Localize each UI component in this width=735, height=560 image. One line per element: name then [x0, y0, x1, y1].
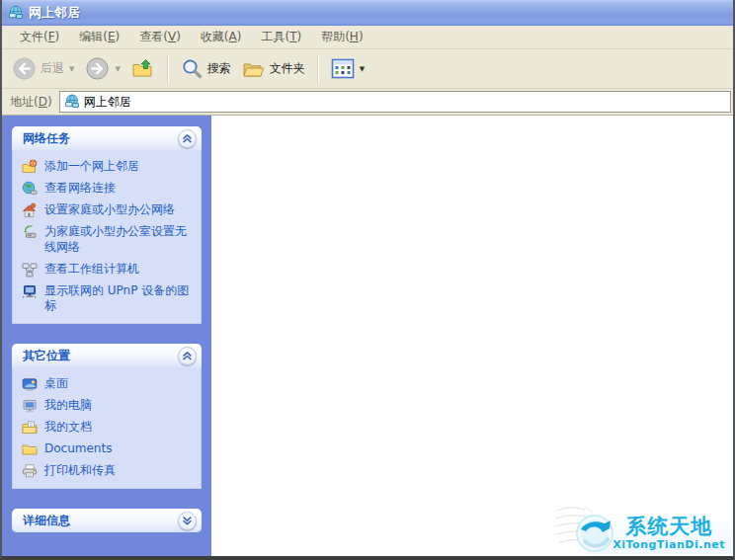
back-button[interactable]: 后退 ▼: [8, 54, 78, 83]
chevron-up-icon[interactable]: [178, 129, 197, 148]
title-bar: 网上邻居: [2, 0, 733, 26]
menu-item-5[interactable]: 帮助(H): [311, 26, 372, 48]
folders-label: 文件夹: [270, 60, 305, 77]
task-item[interactable]: 打印机和传真: [22, 463, 195, 479]
task-section-details: 详细信息: [12, 509, 202, 532]
search-label: 搜索: [207, 60, 231, 77]
section-header-details[interactable]: 详细信息: [12, 509, 202, 532]
section-header-other-places[interactable]: 其它位置: [12, 344, 202, 367]
workgroup-computers-icon: [22, 262, 38, 278]
views-dropdown-icon[interactable]: ▼: [360, 65, 365, 73]
menu-item-3[interactable]: 收藏(A): [191, 26, 252, 48]
watermark: 系统天地 XiTongTianDi.net: [573, 512, 733, 555]
task-item[interactable]: 桌面: [22, 376, 195, 392]
wireless-network-icon: [22, 224, 38, 240]
watermark-name: 系统天地: [612, 516, 725, 537]
search-icon: [181, 57, 204, 80]
chevron-down-icon[interactable]: [178, 512, 197, 530]
up-folder-icon: [131, 57, 155, 81]
network-places-window-icon[interactable]: [8, 5, 24, 21]
menu-item-2[interactable]: 查看(V): [129, 26, 191, 48]
section-title: 网络任务: [23, 130, 70, 147]
task-item[interactable]: 查看工作组计算机: [22, 262, 195, 278]
task-item[interactable]: Documents: [22, 441, 195, 457]
back-icon: [12, 56, 37, 81]
task-item[interactable]: 我的文档: [22, 420, 195, 436]
task-item-label: 设置家庭或小型办公网络: [44, 202, 175, 218]
up-button[interactable]: [127, 55, 159, 83]
task-item[interactable]: 添加一个网上邻居: [22, 159, 195, 175]
section-title: 详细信息: [23, 513, 70, 529]
watermark-globe-icon: [573, 512, 616, 555]
folder-content-area[interactable]: 系统天地 XiTongTianDi.net: [211, 116, 733, 556]
menu-item-4[interactable]: 工具(T): [251, 26, 311, 48]
folders-button[interactable]: 文件夹: [238, 55, 309, 83]
address-label: 地址(D): [10, 94, 52, 111]
desktop-icon: [22, 376, 38, 392]
task-item-label: 查看网络连接: [44, 181, 116, 197]
toolbar-separator: [167, 55, 169, 83]
task-item-label: 为家庭或小型办公室设置无线网络: [44, 224, 195, 256]
menu-item-0[interactable]: 文件(F): [10, 26, 69, 48]
task-item-label: 桌面: [44, 376, 68, 392]
chevron-up-icon[interactable]: [178, 347, 197, 365]
main-area: 网络任务 添加一个网上邻居 查看网络连接 设置家庭或小型办公网络 为家庭或小型办…: [2, 116, 733, 556]
upnp-devices-icon: [22, 283, 38, 299]
task-item[interactable]: 查看网络连接: [22, 181, 195, 197]
search-button[interactable]: 搜索: [177, 55, 235, 82]
address-value: 网上邻居: [84, 94, 131, 111]
section-body-network-tasks: 添加一个网上邻居 查看网络连接 设置家庭或小型办公网络 为家庭或小型办公室设置无…: [12, 150, 202, 324]
watermark-site: XiTongTianDi.net: [612, 538, 725, 551]
task-item-label: 打印机和传真: [44, 463, 116, 479]
forward-icon: [85, 56, 110, 81]
task-pane-sidebar: 网络任务 添加一个网上邻居 查看网络连接 设置家庭或小型办公网络 为家庭或小型办…: [2, 116, 211, 556]
add-network-place-icon: [22, 159, 38, 175]
task-item-label: Documents: [44, 441, 112, 457]
task-section-other-places: 其它位置 桌面 我的电脑 我的文档 Documents 打印机和传真: [12, 344, 202, 489]
task-item[interactable]: 为家庭或小型办公室设置无线网络: [22, 224, 195, 256]
task-item-label: 添加一个网上邻居: [44, 159, 139, 175]
printer-icon: [22, 463, 38, 479]
folder-icon: [22, 441, 38, 457]
task-section-network-tasks: 网络任务 添加一个网上邻居 查看网络连接 设置家庭或小型办公网络 为家庭或小型办…: [12, 126, 202, 324]
my-documents-icon: [22, 420, 38, 436]
home-network-icon: [22, 202, 38, 218]
menu-item-1[interactable]: 编辑(E): [69, 26, 129, 48]
views-icon: [331, 58, 355, 79]
section-title: 其它位置: [23, 348, 70, 364]
toolbar-separator: [317, 55, 319, 83]
back-dropdown-icon[interactable]: ▼: [69, 65, 74, 73]
task-item-label: 我的电脑: [44, 398, 92, 414]
task-item[interactable]: 设置家庭或小型办公网络: [22, 202, 195, 218]
back-label: 后退: [41, 60, 64, 77]
window-title: 网上邻居: [29, 4, 80, 22]
task-item[interactable]: 显示联网的 UPnP 设备的图标: [22, 283, 195, 315]
toolbar: 后退 ▼ ▼ 搜索: [2, 49, 733, 89]
forward-dropdown-icon[interactable]: ▼: [115, 65, 120, 73]
views-button[interactable]: ▼: [327, 56, 368, 81]
task-item-label: 我的文档: [44, 420, 92, 436]
network-connections-icon: [22, 181, 38, 197]
task-item-label: 查看工作组计算机: [44, 262, 139, 278]
address-bar: 地址(D) 网上邻居: [2, 89, 733, 116]
section-header-network-tasks[interactable]: 网络任务: [12, 126, 202, 150]
task-item-label: 显示联网的 UPnP 设备的图标: [44, 283, 195, 315]
menu-bar: 文件(F)编辑(E)查看(V)收藏(A)工具(T)帮助(H): [2, 26, 733, 49]
section-body-other-places: 桌面 我的电脑 我的文档 Documents 打印机和传真: [12, 367, 202, 489]
folders-icon: [242, 57, 266, 81]
explorer-window: 网上邻居 文件(F)编辑(E)查看(V)收藏(A)工具(T)帮助(H) 后退 ▼…: [0, 0, 735, 560]
my-computer-icon: [22, 398, 38, 414]
task-item[interactable]: 我的电脑: [22, 398, 195, 414]
address-input[interactable]: 网上邻居: [59, 91, 731, 113]
forward-button[interactable]: ▼: [81, 54, 123, 83]
network-places-icon: [64, 94, 80, 110]
